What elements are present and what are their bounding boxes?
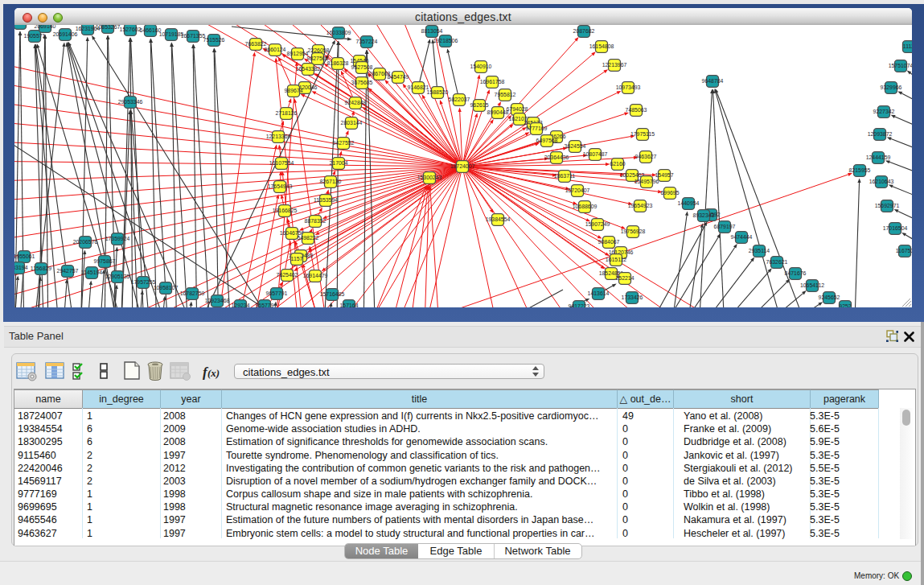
svg-text:2935114: 2935114 (749, 248, 770, 253)
svg-text:965779: 965779 (256, 303, 274, 307)
svg-text:16107554: 16107554 (269, 160, 294, 166)
svg-text:1955061: 1955061 (14, 253, 35, 259)
svg-text:5498222: 5498222 (298, 235, 319, 241)
svg-text:154957: 154957 (655, 172, 674, 178)
svg-text:(x): (x) (207, 367, 220, 379)
svg-text:12213967: 12213967 (602, 62, 627, 68)
svg-text:19756928: 19756928 (621, 229, 646, 234)
svg-text:7515526: 7515526 (203, 37, 225, 43)
svg-text:7357224: 7357224 (356, 39, 378, 44)
svg-text:9648784: 9648784 (702, 78, 724, 84)
svg-text:9252: 9252 (839, 303, 851, 307)
svg-text:15720407: 15720407 (565, 187, 590, 193)
svg-text:989674: 989674 (285, 88, 303, 93)
svg-text:9660124: 9660124 (265, 47, 286, 52)
svg-text:8912954: 8912954 (287, 51, 309, 56)
svg-text:18724007: 18724007 (450, 163, 475, 169)
svg-text:8267130: 8267130 (320, 179, 342, 184)
svg-text:6794028: 6794028 (507, 106, 528, 112)
svg-text:16782759: 16782759 (180, 290, 205, 296)
svg-text:62160: 62160 (610, 161, 625, 167)
svg-text:15300243: 15300243 (417, 175, 442, 180)
svg-text:6466160: 6466160 (140, 27, 162, 33)
svg-text:7955812: 7955812 (495, 92, 516, 97)
svg-text:29053346: 29053346 (118, 99, 143, 105)
svg-text:5822037: 5822037 (449, 97, 470, 102)
svg-text:12905135: 12905135 (105, 274, 130, 279)
svg-text:1903557: 1903557 (14, 25, 31, 26)
svg-text:1440954: 1440954 (678, 200, 700, 206)
svg-text:157164: 157164 (340, 303, 359, 307)
svg-text:6497568: 6497568 (536, 138, 558, 143)
svg-text:17957255: 17957255 (131, 279, 156, 285)
svg-text:2718126: 2718126 (276, 110, 298, 116)
svg-text:12444159: 12444159 (866, 154, 891, 160)
svg-text:2069140: 2069140 (35, 25, 56, 29)
svg-text:1588520: 1588520 (427, 89, 449, 95)
svg-text:9463627: 9463627 (635, 154, 657, 159)
svg-text:16914479: 16914479 (303, 273, 328, 278)
svg-text:1527602: 1527602 (120, 27, 142, 32)
svg-text:8813054: 8813054 (421, 28, 443, 34)
svg-text:20364436: 20364436 (544, 154, 569, 160)
svg-text:8454749: 8454749 (388, 74, 409, 80)
svg-text:1733426: 1733426 (622, 295, 643, 300)
svg-text:12093872: 12093872 (868, 131, 893, 137)
svg-text:1863711: 1863711 (554, 173, 575, 179)
svg-text:8932343: 8932343 (693, 212, 715, 218)
svg-text:10973493: 10973493 (616, 84, 641, 90)
svg-text:17654943: 17654943 (268, 183, 293, 189)
svg-text:16154808: 16154808 (589, 43, 614, 49)
svg-text:15751074: 15751074 (889, 63, 912, 68)
svg-text:1112: 1112 (903, 43, 912, 49)
svg-text:1540910: 1540910 (470, 64, 492, 69)
svg-text:8215955: 8215955 (849, 167, 871, 173)
svg-text:10807487: 10807487 (583, 151, 608, 157)
svg-text:699695: 699695 (661, 190, 680, 196)
svg-text:9329966: 9329966 (881, 84, 902, 90)
svg-text:7632621: 7632621 (766, 259, 788, 265)
svg-text:116753: 116753 (896, 248, 912, 253)
svg-text:9975867: 9975867 (94, 258, 116, 264)
svg-text:9817223: 9817223 (569, 303, 590, 307)
svg-text:2942757: 2942757 (57, 268, 79, 274)
svg-text:8990448: 8990448 (487, 109, 509, 115)
svg-text:7625402: 7625402 (277, 272, 298, 278)
svg-text:1145194: 1145194 (81, 270, 102, 275)
svg-text:12213369: 12213369 (266, 134, 291, 139)
svg-text:9427552: 9427552 (333, 140, 355, 146)
svg-text:2803144: 2803144 (341, 120, 363, 126)
svg-text:1615112: 1615112 (606, 257, 626, 262)
svg-text:3675685: 3675685 (351, 80, 373, 85)
svg-text:1157: 1157 (291, 256, 303, 262)
svg-text:9242848: 9242848 (345, 100, 367, 105)
svg-text:19384554: 19384554 (486, 216, 511, 222)
svg-text:10654112: 10654112 (800, 282, 824, 288)
svg-text:1905571: 1905571 (24, 33, 46, 39)
svg-text:9084067: 9084067 (598, 239, 620, 245)
svg-text:962615: 962615 (470, 102, 489, 108)
svg-text:2087682: 2087682 (573, 28, 595, 34)
svg-text:8471676: 8471676 (785, 270, 807, 276)
svg-text:6879197: 6879197 (714, 224, 736, 229)
svg-text:129234: 129234 (232, 303, 250, 307)
svg-text:19654923: 19654923 (628, 203, 653, 208)
svg-text:252214: 252214 (616, 275, 634, 281)
svg-text:17359924: 17359924 (105, 236, 130, 241)
svg-text:16033809: 16033809 (326, 30, 351, 35)
svg-text:10853267: 10853267 (96, 25, 121, 30)
svg-text:15495796: 15495796 (634, 179, 659, 184)
svg-text:1413614: 1413614 (588, 290, 610, 296)
svg-text:217004: 217004 (330, 160, 348, 166)
svg-text:20206576: 20206576 (73, 239, 98, 245)
svg-text:10958107: 10958107 (154, 285, 179, 290)
svg-text:15907249: 15907249 (585, 221, 610, 227)
svg-text:15716485: 15716485 (320, 291, 345, 297)
svg-text:16210643: 16210643 (869, 179, 894, 184)
svg-text:9146821: 9146821 (408, 84, 429, 90)
svg-text:3624554: 3624554 (565, 143, 586, 149)
svg-text:15692971: 15692971 (875, 203, 900, 208)
svg-text:19218506: 19218506 (433, 38, 458, 43)
svg-text:10688609: 10688609 (573, 204, 598, 209)
svg-text:16671355: 16671355 (181, 33, 206, 39)
